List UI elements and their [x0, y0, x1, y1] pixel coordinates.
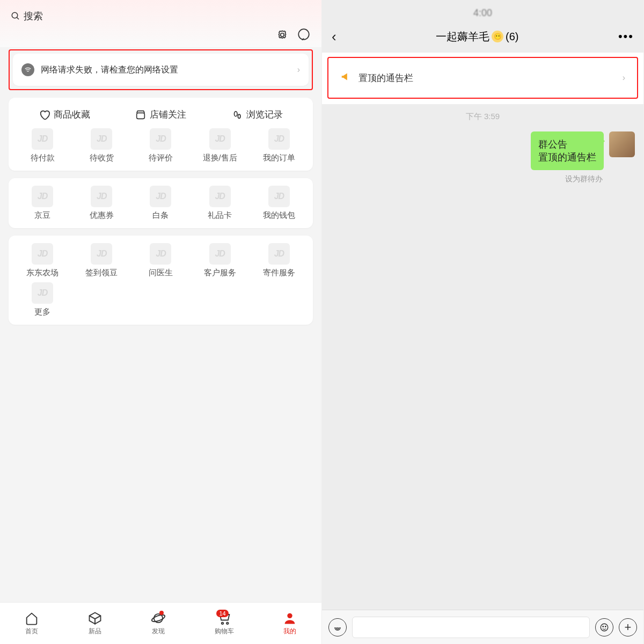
- search-icon: [11, 11, 20, 21]
- svc-shipping[interactable]: JD寄件服务: [250, 243, 309, 278]
- settings-icon[interactable]: [275, 28, 289, 42]
- order-all[interactable]: JD我的订单: [250, 128, 309, 163]
- wallet-card: JD京豆 JD优惠券 JD白条 JD礼品卡 JD我的钱包: [9, 178, 313, 228]
- chat-icon[interactable]: [297, 28, 311, 42]
- smile-icon: [599, 623, 609, 632]
- svc-customer[interactable]: JD客户服务: [191, 243, 250, 278]
- svg-point-12: [601, 624, 608, 631]
- search-label: 搜索: [24, 10, 43, 23]
- jd-icon: JD: [209, 243, 231, 265]
- nav-new[interactable]: 新品: [87, 611, 103, 636]
- svg-point-11: [287, 613, 292, 618]
- box-icon: [87, 611, 103, 626]
- heart-icon: [39, 109, 50, 121]
- wifi-error-icon: [21, 63, 34, 76]
- jd-icon: JD: [32, 186, 53, 207]
- wallet-baitiao[interactable]: JD白条: [131, 186, 190, 221]
- svg-point-3: [298, 29, 309, 39]
- home-icon: [24, 611, 39, 626]
- emoji-button[interactable]: [595, 618, 613, 636]
- highlight-box-right: 置顶的通告栏 ›: [327, 57, 638, 99]
- search-entry[interactable]: 搜索: [11, 10, 43, 23]
- wallet-jingdou[interactable]: JD京豆: [13, 186, 72, 221]
- order-pending-review[interactable]: JD待评价: [131, 128, 190, 163]
- jd-icon: JD: [91, 243, 112, 265]
- jd-body: 网络请求失败，请检查您的网络设置 › 商品收藏 店铺关注 浏览记录: [0, 47, 321, 602]
- jd-icon: JD: [268, 186, 290, 207]
- wx-header: ‹ 一起薅羊毛 😶 (6) •••: [322, 20, 643, 53]
- voice-button[interactable]: [328, 618, 347, 636]
- svg-point-8: [151, 613, 166, 623]
- jd-icon: JD: [91, 128, 112, 150]
- tab-followed-shops[interactable]: 店铺关注: [135, 108, 186, 121]
- svg-point-2: [281, 33, 284, 37]
- nav-discover[interactable]: 发现: [151, 611, 166, 636]
- chevron-right-icon: ›: [297, 65, 300, 75]
- svg-rect-4: [137, 113, 145, 119]
- tab-favorites[interactable]: 商品收藏: [39, 108, 90, 121]
- svg-point-13: [603, 626, 604, 627]
- jd-icon: JD: [32, 282, 53, 304]
- nav-cart[interactable]: 14 购物车: [215, 611, 234, 636]
- sender-avatar[interactable]: [609, 131, 635, 157]
- cart-badge: 14: [216, 610, 228, 617]
- status-clock: 4:00: [473, 8, 492, 19]
- svg-point-14: [605, 626, 606, 627]
- wallet-coupon[interactable]: JD优惠券: [72, 186, 131, 221]
- jd-icon: JD: [32, 243, 53, 265]
- message-bubble[interactable]: 群公告 置顶的通告栏: [531, 131, 604, 170]
- svc-farm[interactable]: JD东东农场: [13, 243, 72, 278]
- megaphone-icon: [340, 71, 352, 85]
- wallet-mywallet[interactable]: JD我的钱包: [250, 186, 309, 221]
- back-button[interactable]: ‹: [332, 28, 336, 45]
- jd-icon: JD: [91, 186, 112, 207]
- svc-more[interactable]: JD更多: [13, 282, 72, 317]
- chevron-right-icon: ›: [623, 73, 625, 83]
- svg-point-5: [235, 111, 238, 116]
- nav-home[interactable]: 首页: [24, 611, 39, 636]
- jd-icon: JD: [150, 128, 171, 150]
- svc-doctor[interactable]: JD问医生: [131, 243, 190, 278]
- outgoing-message: 群公告 置顶的通告栏: [322, 131, 643, 174]
- message-input[interactable]: [352, 617, 590, 638]
- footprint-icon: [231, 109, 243, 121]
- order-pending-receipt[interactable]: JD待收货: [72, 128, 131, 163]
- emoji-icon: 😶: [492, 31, 503, 42]
- wallet-giftcard[interactable]: JD礼品卡: [191, 186, 250, 221]
- more-button[interactable]: •••: [618, 30, 634, 43]
- pinned-text: 置顶的通告栏: [358, 72, 616, 84]
- svg-point-9: [221, 623, 223, 625]
- plus-button[interactable]: +: [619, 618, 637, 636]
- set-group-todo[interactable]: 设为群待办: [322, 174, 643, 184]
- svc-checkin[interactable]: JD签到领豆: [72, 243, 131, 278]
- network-error-banner[interactable]: 网络请求失败，请检查您的网络设置 ›: [13, 54, 309, 86]
- jd-header: 搜索: [0, 0, 321, 47]
- jd-icon: JD: [32, 128, 53, 150]
- pinned-banner[interactable]: 置顶的通告栏 ›: [332, 61, 634, 94]
- jd-icon: JD: [268, 128, 290, 150]
- time-stamp: 下午 3:59: [322, 104, 643, 131]
- sound-icon: [333, 623, 342, 632]
- order-return[interactable]: JD退换/售后: [191, 128, 250, 163]
- notice-text: 网络请求失败，请检查您的网络设置: [41, 64, 291, 76]
- jd-icon: JD: [209, 128, 231, 150]
- bottom-nav: 首页 新品 发现 14 购物车 我的: [0, 602, 321, 644]
- jd-icon: JD: [209, 186, 231, 207]
- shop-icon: [135, 109, 147, 121]
- wechat-chat-screen: 4:00 ‹ 一起薅羊毛 😶 (6) ••• 置顶的通告栏 › 下午 3:59 …: [322, 0, 644, 644]
- svg-line-1: [17, 17, 19, 19]
- chat-title: 一起薅羊毛 😶 (6): [436, 30, 518, 44]
- planet-icon: [151, 611, 166, 626]
- tab-history[interactable]: 浏览记录: [231, 108, 283, 121]
- status-bar: 4:00: [322, 0, 643, 20]
- svg-point-6: [238, 114, 241, 118]
- chat-body[interactable]: 下午 3:59 群公告 置顶的通告栏 设为群待办: [322, 104, 643, 610]
- nav-mine[interactable]: 我的: [282, 611, 297, 636]
- jd-icon: JD: [150, 243, 171, 265]
- person-icon: [282, 611, 297, 626]
- jd-icon: JD: [268, 243, 290, 265]
- order-pending-payment[interactable]: JD待付款: [13, 128, 72, 163]
- services-card: JD东东农场 JD签到领豆 JD问医生 JD客户服务 JD寄件服务 JD更多: [9, 236, 313, 325]
- svg-point-10: [226, 623, 229, 625]
- highlight-box-left: 网络请求失败，请检查您的网络设置 ›: [9, 49, 313, 90]
